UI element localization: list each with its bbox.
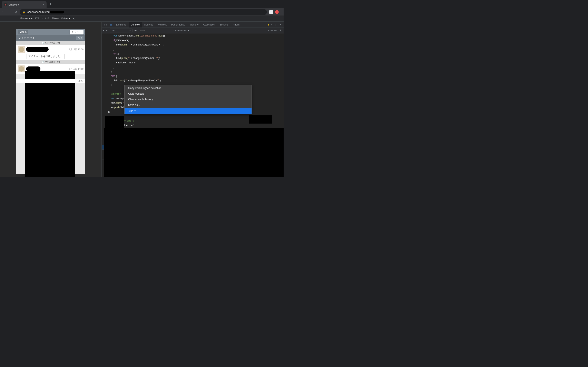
code-line: else { — [102, 74, 284, 78]
tab-network[interactable]: Network — [156, 22, 169, 27]
redacted — [105, 116, 124, 128]
context-menu: Copy visible styled selection Clear cons… — [124, 85, 252, 114]
device-height[interactable]: 812 — [45, 17, 49, 20]
chat-button[interactable]: チャット — [70, 30, 84, 34]
menu-save-as[interactable]: Save as... — [125, 102, 251, 108]
lock-icon: 🔒 — [22, 11, 25, 13]
favicon: ❋ — [4, 3, 7, 6]
timestamp: 1月16日 14:19 — [69, 67, 84, 71]
sidebar-toggle-icon[interactable]: ▸ — [103, 29, 104, 32]
menu-clear-console[interactable]: Clear console — [125, 91, 251, 96]
browser-tab[interactable]: ❋ Chatwork × — [2, 1, 47, 8]
tab-console[interactable]: Console — [129, 22, 142, 27]
warning-count: 7 — [270, 23, 272, 26]
url-redacted — [50, 11, 64, 13]
message-bubble: マイチャットを作成しました。 — [26, 54, 65, 59]
tab-elements[interactable]: Elements — [114, 22, 128, 27]
code-line: } — [102, 65, 284, 69]
tab-audits[interactable]: Audits — [231, 22, 242, 27]
message-row: 7月17日 10:58 マイチャットを作成しました。 — [16, 45, 85, 60]
code-line: else{ — [102, 51, 284, 56]
content-redacted — [25, 83, 75, 177]
dimension-x: × — [42, 17, 43, 20]
device-mode-icon[interactable]: ▭ — [108, 23, 113, 26]
code-line: field.push( '"' + changeUser(name) +'"' … — [102, 56, 284, 60]
hidden-count: 6 hidden — [268, 29, 277, 32]
context-select[interactable]: top▾ — [110, 29, 132, 33]
filter-input[interactable] — [139, 29, 172, 32]
extension-icon[interactable] — [275, 10, 279, 14]
url-path: /#!rid — [44, 10, 50, 13]
more-icon[interactable]: ⋮ — [273, 23, 278, 26]
throttle-select[interactable]: Online ▾ — [61, 17, 70, 20]
tab-security[interactable]: Security — [217, 22, 230, 27]
back-icon[interactable]: ← — [2, 10, 5, 14]
code-line: if(name===''){ — [102, 38, 284, 42]
phone-viewport[interactable]: ◀ 戻る チャット マイチャット ✎ ▾ 🕐2018年7月17日 7月17日 1… — [16, 29, 85, 174]
new-tab-button[interactable]: + — [47, 2, 54, 6]
code-line: field.push( '"' + changeUser(cashUser) +… — [102, 42, 284, 47]
code-line: field.push( '"' + changeUser(cashUser) +… — [102, 78, 284, 83]
back-button[interactable]: ◀ 戻る — [18, 30, 28, 34]
redacted — [104, 128, 284, 177]
gear-icon[interactable]: ⚙ — [279, 29, 282, 32]
menu-copy[interactable]: コピー — [125, 108, 251, 114]
message-row: 1月16日 14:19 — [16, 64, 85, 74]
username-redacted — [26, 67, 40, 71]
redacted — [249, 115, 272, 124]
tab-title: Chatwork — [9, 3, 19, 6]
code-line: } — [102, 69, 284, 74]
date-divider: 🕐2018年7月17日 — [16, 41, 85, 45]
browser-tab-bar: ❋ Chatwork × + — [0, 0, 284, 8]
close-icon[interactable]: × — [43, 3, 44, 6]
browser-toolbar: ← → ⟳ 🔒 chatwork.com/#!rid — [0, 8, 284, 16]
console-toolbar: ▸ ⊘ top▾ 👁 Default levels ▾ 6 hidden ⚙ — [102, 28, 284, 33]
code-line: } — [102, 47, 284, 51]
room-title: マイチャット — [18, 36, 35, 40]
device-width[interactable]: 375 — [35, 17, 39, 20]
reload-icon[interactable]: ⟳ — [15, 10, 17, 14]
tab-memory[interactable]: Memory — [188, 22, 200, 27]
url-host: chatwork.com — [27, 10, 44, 13]
device-select[interactable]: iPhone X ▾ — [20, 17, 33, 20]
date-divider: 🕐2019年1月16日 — [16, 60, 85, 64]
clock-icon: 🕐 — [42, 42, 44, 44]
close-icon[interactable]: × — [278, 23, 282, 26]
clock-icon: 🕐 — [42, 61, 44, 63]
zoom-select[interactable]: 90% ▾ — [52, 17, 59, 20]
timestamp: 7月17日 10:58 — [69, 48, 84, 51]
extension-icon[interactable] — [269, 10, 273, 14]
more-icon[interactable]: ⋮ — [79, 17, 81, 20]
edit-button[interactable]: ✎ ▾ — [76, 36, 84, 40]
timestamp: 14:22 — [16, 79, 85, 83]
warning-icon[interactable]: ▲ — [267, 23, 270, 26]
device-preview-pane: ◀ 戻る チャット マイチャット ✎ ▾ 🕐2018年7月17日 7月17日 1… — [0, 22, 102, 177]
tab-sources[interactable]: Sources — [142, 22, 155, 27]
menu-clear-history[interactable]: Clear console history — [125, 96, 251, 102]
devtools-tabs: ⬚ ▭ Elements Console Sources Network Per… — [102, 22, 284, 28]
address-bar[interactable]: 🔒 chatwork.com/#!rid — [20, 9, 267, 15]
code-line: var name = $(item).find('.cw_chat_name')… — [102, 33, 284, 38]
avatar — [18, 66, 25, 72]
eye-icon[interactable]: 👁 — [135, 29, 137, 32]
clear-console-icon[interactable]: ⊘ — [106, 29, 108, 32]
code-line: arr.forEach((value) => { — [102, 123, 284, 128]
inspect-icon[interactable]: ⬚ — [103, 23, 108, 26]
rotate-icon[interactable]: ⟲ — [73, 17, 75, 20]
avatar — [18, 46, 25, 53]
username-redacted — [26, 47, 49, 52]
tab-application[interactable]: Application — [201, 22, 217, 27]
device-toolbar: iPhone X ▾ 375 × 812 90% ▾ Online ▾ ⟲ ⋮ — [0, 16, 284, 22]
code-line: cashUser = name; — [102, 60, 284, 65]
forward-icon[interactable]: → — [8, 10, 11, 14]
tab-performance[interactable]: Performance — [169, 22, 187, 27]
menu-copy-selection[interactable]: Copy visible styled selection — [125, 85, 251, 91]
levels-select[interactable]: Default levels ▾ — [173, 29, 189, 32]
